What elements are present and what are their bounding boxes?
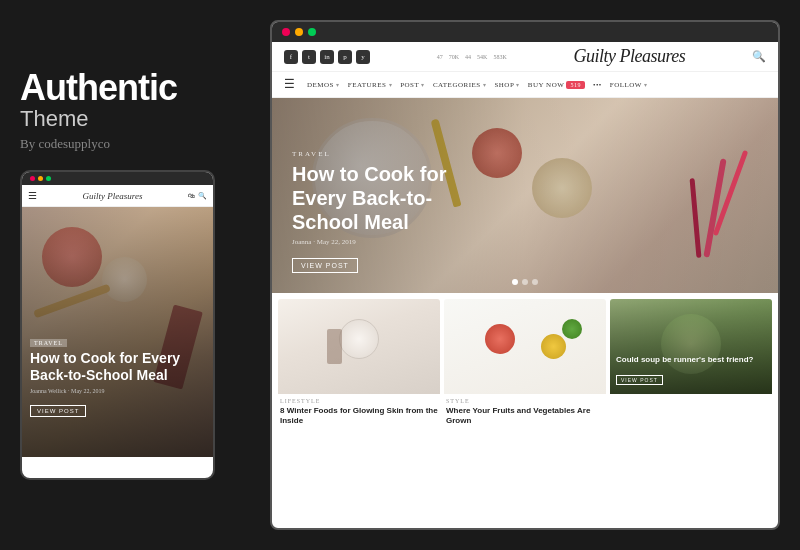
social-count-1: 47 [437, 54, 443, 60]
card-3-overlay-title: Could soup be runner's best friend? [616, 355, 766, 365]
card-3-info [610, 394, 772, 404]
buy-now-badge: 519 [566, 81, 585, 89]
card-1: Lifestyle 8 Winter Foods for Glowing Ski… [278, 299, 440, 528]
slider-dot-1[interactable] [512, 279, 518, 285]
instagram-icon[interactable]: in [320, 50, 334, 64]
mobile-hero: Travel How to Cook for Every Back-to-Sch… [22, 207, 213, 457]
mobile-hero-text: Travel How to Cook for Every Back-to-Sch… [30, 331, 205, 417]
hero-main-title: How to Cook for Every Back-to-School Mea… [292, 162, 492, 234]
card-1-title[interactable]: 8 Winter Foods for Glowing Skin from the… [280, 406, 438, 427]
desktop-mockup: f t in p y 47 70K 44 54K 583K Guilty Ple… [270, 20, 780, 530]
desktop-dot-yellow [295, 28, 303, 36]
mobile-view-post-button[interactable]: VIEW POST [30, 405, 86, 417]
desktop-dot-green [308, 28, 316, 36]
card-2: Style Where Your Fruits and Vegetables A… [444, 299, 606, 528]
social-count-5: 583K [493, 54, 506, 60]
hero-travel-tag: Travel [292, 150, 492, 158]
slider-dot-2[interactable] [522, 279, 528, 285]
card-3-image: Could soup be runner's best friend? VIEW… [610, 299, 772, 394]
card2-tomato-shape [485, 324, 515, 354]
card-3-view-post-button[interactable]: VIEW POST [616, 375, 663, 385]
card-1-image [278, 299, 440, 394]
desktop-hero: Travel How to Cook for Every Back-to-Sch… [272, 98, 778, 293]
mobile-hero-title: How to Cook for Every Back-to-School Mea… [30, 350, 205, 384]
mobile-header: ☰ Guilty Pleasures 🛍 🔍 [22, 185, 213, 207]
nav-item-demos[interactable]: DEMOS ▾ [307, 81, 340, 89]
social-count-2: 70K [449, 54, 459, 60]
card2-herb-shape [562, 319, 582, 339]
hero-view-post-button[interactable]: VIEW POST [292, 258, 358, 273]
youtube-icon[interactable]: y [356, 50, 370, 64]
brand-title: Authentic [20, 70, 240, 106]
card-1-category: Lifestyle [280, 398, 438, 404]
mobile-bag-icon[interactable]: 🛍 [188, 192, 195, 200]
mobile-hamburger-icon[interactable]: ☰ [28, 190, 37, 201]
left-panel: Authentic Theme By codesupplyco ☰ Guilty… [20, 70, 240, 480]
mobile-meta: Joanna Wellick · May 22, 2019 [30, 388, 205, 394]
social-counts: 47 70K 44 54K 583K [437, 54, 507, 60]
mobile-travel-tag: Travel [30, 339, 67, 347]
nav-item-buynow[interactable]: BUY NOW 519 [528, 81, 585, 89]
desktop-titlebar [272, 22, 778, 42]
mobile-search-icon[interactable]: 🔍 [198, 192, 207, 200]
social-count-3: 44 [465, 54, 471, 60]
dot-green [46, 176, 51, 181]
slider-dot-3[interactable] [532, 279, 538, 285]
card1-bowl-shape [339, 319, 379, 359]
mobile-header-icons: 🛍 🔍 [188, 192, 207, 200]
nav-item-shop[interactable]: SHOP ▾ [494, 81, 519, 89]
nav-item-post[interactable]: POST ▾ [400, 81, 425, 89]
desktop-search-icon[interactable]: 🔍 [752, 50, 766, 63]
cards-section: Lifestyle 8 Winter Foods for Glowing Ski… [272, 293, 778, 528]
brand-by: By codesupplyco [20, 136, 240, 152]
desktop-site-logo: Guilty Pleasures [573, 46, 685, 67]
brand-subtitle: Theme [20, 106, 240, 132]
card-2-title[interactable]: Where Your Fruits and Vegetables Are Gro… [446, 406, 604, 427]
hero-meta: Joanna · May 22, 2019 [292, 238, 492, 246]
social-count-4: 54K [477, 54, 487, 60]
nav-item-features[interactable]: FEATURES ▾ [348, 81, 392, 89]
hero-text-area: Travel How to Cook for Every Back-to-Sch… [292, 150, 492, 273]
browser-content: f t in p y 47 70K 44 54K 583K Guilty Ple… [272, 42, 778, 528]
facebook-icon[interactable]: f [284, 50, 298, 64]
card-3: Could soup be runner's best friend? VIEW… [610, 299, 772, 528]
card-2-image [444, 299, 606, 394]
mobile-mockup: ☰ Guilty Pleasures 🛍 🔍 Travel How to Coo… [20, 170, 215, 480]
mobile-titlebar [22, 172, 213, 185]
nav-item-categories[interactable]: CATEGORIES ▾ [433, 81, 487, 89]
social-icons: f t in p y [284, 50, 370, 64]
social-bar: f t in p y 47 70K 44 54K 583K Guilty Ple… [272, 42, 778, 72]
nav-items: DEMOS ▾ FEATURES ▾ POST ▾ CATEGORIES ▾ S… [307, 81, 648, 89]
card-1-info: Lifestyle 8 Winter Foods for Glowing Ski… [278, 394, 440, 431]
desktop-hamburger-icon[interactable]: ☰ [284, 77, 295, 92]
dot-yellow [38, 176, 43, 181]
dot-red [30, 176, 35, 181]
card2-lemon-shape [541, 334, 566, 359]
nav-item-more[interactable]: ••• [593, 81, 602, 89]
slider-dots [512, 279, 538, 285]
card-2-info: Style Where Your Fruits and Vegetables A… [444, 394, 606, 431]
card-2-category: Style [446, 398, 604, 404]
nav-item-follow[interactable]: FOLLOW ▾ [610, 81, 648, 89]
mobile-site-name: Guilty Pleasures [83, 191, 143, 201]
twitter-icon[interactable]: t [302, 50, 316, 64]
card-3-overlay-text: Could soup be runner's best friend? VIEW… [616, 355, 766, 386]
card1-stem-shape [327, 329, 342, 364]
desktop-nav: ☰ DEMOS ▾ FEATURES ▾ POST ▾ CATEGORIES ▾… [272, 72, 778, 98]
pinterest-icon[interactable]: p [338, 50, 352, 64]
desktop-dot-red [282, 28, 290, 36]
